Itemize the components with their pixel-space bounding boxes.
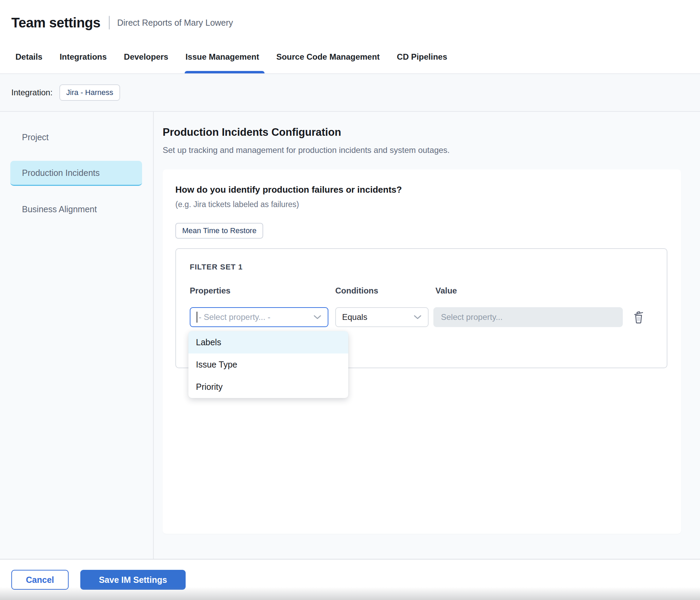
property-select[interactable]: - Select property... - <box>190 307 328 327</box>
integration-badge[interactable]: Jira - Harness <box>59 84 120 101</box>
sidebar-item-label: Project <box>22 132 49 142</box>
config-card: How do you identify production failures … <box>163 169 681 534</box>
text-caret <box>197 312 197 323</box>
page-title: Team settings <box>11 15 101 31</box>
content-body: Project Production Incidents Business Al… <box>0 112 700 559</box>
sidebar-item-business-alignment[interactable]: Business Alignment <box>10 197 142 222</box>
title-divider <box>109 16 110 29</box>
properties-column-label: Properties <box>190 286 328 296</box>
question-title: How do you identify production failures … <box>175 184 667 195</box>
mean-time-to-restore-chip[interactable]: Mean Time to Restore <box>175 223 263 239</box>
dropdown-option-labels[interactable]: Labels <box>188 331 348 353</box>
integration-label: Integration: <box>11 88 52 97</box>
filter-set-title: FILTER SET 1 <box>190 263 653 272</box>
conditions-column-label: Conditions <box>335 286 429 296</box>
question-hint: (e.g. Jira tickets labeled as failures) <box>175 200 667 209</box>
filter-set-card: FILTER SET 1 Properties - Select propert… <box>175 248 667 368</box>
tab-details[interactable]: Details <box>15 40 43 73</box>
save-im-settings-button[interactable]: Save IM Settings <box>80 570 186 590</box>
sidebar-item-label: Business Alignment <box>22 204 97 214</box>
section-title: Production Incidents Configuration <box>163 126 681 139</box>
chevron-down-icon <box>313 315 322 320</box>
property-dropdown: Labels Issue Type Priority <box>188 331 348 398</box>
cancel-button[interactable]: Cancel <box>11 570 69 590</box>
tab-issue-management[interactable]: Issue Management <box>185 40 259 73</box>
properties-column: Properties - Select property... - <box>190 286 328 327</box>
sidebar-item-project[interactable]: Project <box>10 125 142 150</box>
sidebar-item-label: Production Incidents <box>22 168 100 178</box>
tab-bar: Details Integrations Developers Issue Ma… <box>0 40 700 74</box>
dropdown-option-issue-type[interactable]: Issue Type <box>188 353 348 376</box>
sidebar: Project Production Incidents Business Al… <box>0 112 153 559</box>
filter-row: Properties - Select property... - <box>190 286 653 327</box>
value-input-placeholder: Select property... <box>441 312 503 322</box>
trash-icon <box>632 310 645 324</box>
property-select-placeholder: - Select property... - <box>199 312 270 322</box>
delete-filter-button[interactable] <box>632 307 645 327</box>
footer-bar: Cancel Save IM Settings <box>0 559 700 600</box>
page-header: Team settings Direct Reports of Mary Low… <box>0 0 700 40</box>
condition-select-value: Equals <box>342 312 367 322</box>
page-subtitle: Direct Reports of Mary Lowery <box>117 18 233 28</box>
chevron-down-icon <box>413 315 422 320</box>
tab-source-code-management[interactable]: Source Code Management <box>276 40 380 73</box>
tab-cd-pipelines[interactable]: CD Pipelines <box>397 40 447 73</box>
value-input[interactable]: Select property... <box>433 307 623 327</box>
value-column: Value Select property... <box>435 286 623 327</box>
value-column-label: Value <box>435 286 623 296</box>
dropdown-option-priority[interactable]: Priority <box>188 376 348 398</box>
condition-select[interactable]: Equals <box>335 307 429 327</box>
conditions-column: Conditions Equals <box>335 286 429 327</box>
section-subtitle: Set up tracking and management for produ… <box>163 145 681 155</box>
main-panel: Production Incidents Configuration Set u… <box>153 112 700 559</box>
sidebar-item-production-incidents[interactable]: Production Incidents <box>10 161 142 186</box>
tab-integrations[interactable]: Integrations <box>60 40 107 73</box>
tab-developers[interactable]: Developers <box>124 40 168 73</box>
integration-bar: Integration: Jira - Harness <box>0 74 700 112</box>
